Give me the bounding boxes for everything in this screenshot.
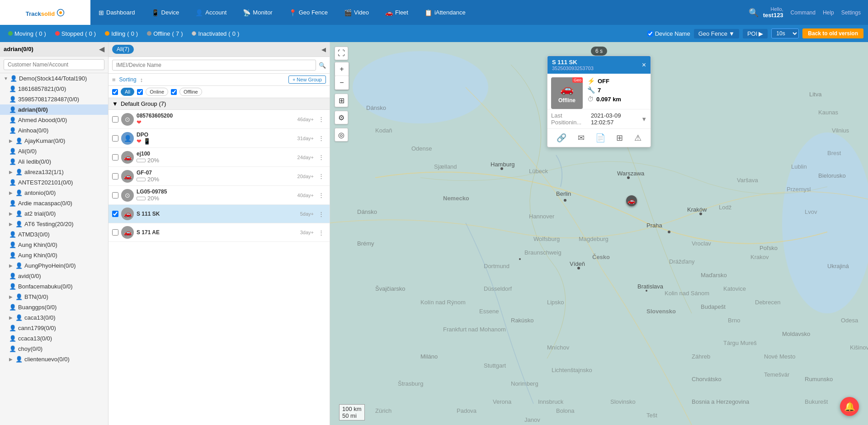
zoom-out-button[interactable]: −: [335, 76, 349, 90]
device-checkbox[interactable]: [112, 173, 118, 179]
device-checkbox[interactable]: [112, 154, 118, 161]
popup-expand-button[interactable]: ▼: [641, 116, 647, 123]
filter-offline-checkbox[interactable]: [171, 89, 177, 95]
sidebar-item-aungphyo[interactable]: ▶ 👤 AungPhyoHein(0/0): [0, 260, 108, 271]
command-link[interactable]: Command: [791, 9, 816, 16]
search-button[interactable]: 🔍: [744, 8, 763, 18]
device-name-checkbox-label[interactable]: Device Name: [647, 30, 690, 37]
sidebar-item-antest[interactable]: 👤 ANTEST202101(0/0): [0, 177, 108, 188]
status-idling[interactable]: Idling (0): [101, 30, 142, 37]
fullscreen-button[interactable]: ⛶: [335, 47, 348, 60]
help-link[interactable]: Help: [823, 9, 834, 16]
logo[interactable]: Tracksolid: [0, 0, 90, 25]
device-more-button[interactable]: ⋮: [316, 116, 326, 123]
layers-button[interactable]: ⊞: [335, 94, 348, 107]
filter-online-button[interactable]: Online: [146, 88, 168, 96]
poi-button[interactable]: POI ▶: [743, 29, 768, 38]
nav-geofence[interactable]: 📍 Geo Fence: [281, 0, 336, 25]
status-inactivated[interactable]: Inactivated (0): [188, 30, 243, 37]
sidebar-item-avid[interactable]: 👤 avid(0/0): [0, 271, 108, 281]
sidebar-item-btn[interactable]: ▶ 👤 BTN(0/0): [0, 292, 108, 302]
device-checkbox[interactable]: [112, 211, 118, 217]
popup-close-button[interactable]: ×: [642, 61, 646, 69]
sidebar-item-buang[interactable]: 👤 Buanggps(0/0): [0, 302, 108, 312]
popup-alert-button[interactable]: ⚠: [632, 132, 644, 144]
device-name-checkbox[interactable]: [647, 31, 653, 37]
table-row[interactable]: 👤 DPO ❤ 📱 31day+ ⋮: [108, 129, 330, 148]
table-row[interactable]: 🚗 S 171 AE 3day+ ⋮: [108, 223, 330, 242]
device-more-button[interactable]: ⋮: [316, 192, 326, 198]
sidebar-item-choy[interactable]: 👤 choy(0/0): [0, 344, 108, 354]
popup-send-button[interactable]: ✉: [575, 132, 587, 144]
sidebar-item-bonface[interactable]: 👤 Bonfacemabuku(0/0): [0, 281, 108, 292]
vehicle-marker[interactable]: 🚗: [626, 195, 637, 206]
zoom-in-button[interactable]: +: [335, 62, 349, 76]
sidebar-item-atmd3[interactable]: 👤 ATMD3(0/0): [0, 229, 108, 240]
sidebar-item-cliente[interactable]: ▶ 👤 clientenuevo(0/0): [0, 354, 108, 364]
new-group-button[interactable]: + New Group: [288, 76, 326, 84]
sidebar-item-ccaca13[interactable]: 👤 ccaca13(0/0): [0, 333, 108, 344]
settings-link[interactable]: Settings: [841, 9, 861, 16]
status-moving[interactable]: Moving (0): [5, 30, 50, 37]
nav-dashboard[interactable]: ⊞ Dashboard: [90, 0, 143, 25]
nav-device[interactable]: 📱 Device: [143, 0, 188, 25]
popup-info-button[interactable]: 📄: [593, 132, 608, 144]
device-more-button[interactable]: ⋮: [316, 154, 326, 161]
all-badge[interactable]: All(7): [112, 45, 134, 54]
sidebar-item-at6[interactable]: ▶ 👤 AT6 Testing(20/20): [0, 219, 108, 229]
notification-bell-button[interactable]: 🔔: [840, 397, 859, 416]
device-search-input[interactable]: [112, 60, 316, 71]
sidebar-item-alireza[interactable]: ▶ 👤 alireza132(1/1): [0, 167, 108, 177]
device-checkbox[interactable]: [112, 229, 118, 236]
table-row[interactable]: 🚗 S 111 SK 5day+ ⋮: [108, 205, 330, 223]
geo-fence-button[interactable]: Geo Fence ▼: [694, 29, 739, 38]
sidebar-item-ardie[interactable]: 👤 Ardie macaspac(0/0): [0, 198, 108, 208]
sidebar-item-aungkhin1[interactable]: 👤 Aung Khin(0/0): [0, 240, 108, 250]
status-offline[interactable]: Offline (7): [143, 30, 186, 37]
back-old-version-button[interactable]: Back to old version: [802, 28, 863, 38]
interval-selector[interactable]: 10s 30s 1min: [771, 28, 799, 38]
device-more-button[interactable]: ⋮: [316, 135, 326, 142]
sidebar-item-ali2[interactable]: 👤 Ali Iedib(0/0): [0, 156, 108, 167]
sidebar-item-cann1799[interactable]: 👤 cann1799(0/0): [0, 323, 108, 333]
panel-collapse-button[interactable]: ◀: [321, 46, 326, 53]
sidebar-item-demo[interactable]: ▼ 👤 Demo(Stock144/Total190): [0, 73, 108, 84]
popup-grid-button[interactable]: ⊞: [613, 132, 626, 144]
nav-account[interactable]: 👤 Account: [187, 0, 235, 25]
device-more-button[interactable]: ⋮: [316, 173, 326, 179]
filter-online-checkbox[interactable]: [137, 89, 143, 95]
track-button[interactable]: ◎: [335, 128, 348, 142]
tools-button[interactable]: ⚙: [335, 111, 348, 124]
table-row[interactable]: 🚗 ej100 20% 24day+ ⋮: [108, 148, 330, 167]
status-stopped[interactable]: Stopped (0): [52, 30, 99, 37]
sidebar-item-antonio[interactable]: ▶ 👤 antonio(0/0): [0, 188, 108, 198]
sidebar-collapse-button[interactable]: ◀: [99, 45, 104, 53]
table-row[interactable]: ⊙ 085763605200 ❤ 46day+ ⋮: [108, 110, 330, 129]
table-row[interactable]: 🚗 GF-07 20% 20day+ ⋮: [108, 167, 330, 186]
filter-all-button[interactable]: All: [121, 88, 134, 96]
nav-fleet[interactable]: 🚗 Fleet: [377, 0, 416, 25]
filter-all-checkbox[interactable]: [112, 89, 118, 95]
sidebar-item-caca13[interactable]: ▶ 👤 caca13(0/0): [0, 312, 108, 323]
nav-iattendance[interactable]: 📋 iAttendance: [416, 0, 474, 25]
device-more-button[interactable]: ⋮: [316, 211, 326, 217]
sidebar-item-ajay[interactable]: ▶ 👤 AjayKumar(0/0): [0, 136, 108, 146]
sidebar-item-ainhoa[interactable]: 👤 Ainhoa(0/0): [0, 125, 108, 136]
device-more-button[interactable]: ⋮: [316, 229, 326, 236]
sidebar-search-input[interactable]: [4, 59, 104, 70]
table-row[interactable]: ⊙ LG05-09785 20% 40day+ ⋮: [108, 186, 330, 205]
sidebar-item-user2[interactable]: 👤 35985708172848​7(0/0): [0, 94, 108, 104]
sidebar-item-at2[interactable]: ▶ 👤 at2 trial(0/0): [0, 208, 108, 219]
sidebar-item-user1[interactable]: 👤 18616857821(0/0): [0, 84, 108, 94]
sidebar-item-aungkhin2[interactable]: 👤 Aung Khin(0/0): [0, 250, 108, 260]
sidebar-item-adrian[interactable]: 👤 adrian(0/0): [0, 104, 108, 115]
sidebar-item-ali[interactable]: 👤 Ali(0/0): [0, 146, 108, 156]
sidebar-item-ahmed[interactable]: 👤 Ahmed Abood(0/0): [0, 115, 108, 125]
filter-offline-button[interactable]: Offline: [179, 88, 202, 96]
popup-link-button[interactable]: 🔗: [554, 132, 569, 144]
nav-monitor[interactable]: 📡 Monitor: [235, 0, 280, 25]
device-checkbox[interactable]: [112, 135, 118, 142]
device-checkbox[interactable]: [112, 116, 118, 123]
device-group-header[interactable]: ▼ Default Group (7): [108, 98, 330, 110]
nav-video[interactable]: 🎬 Video: [336, 0, 377, 25]
